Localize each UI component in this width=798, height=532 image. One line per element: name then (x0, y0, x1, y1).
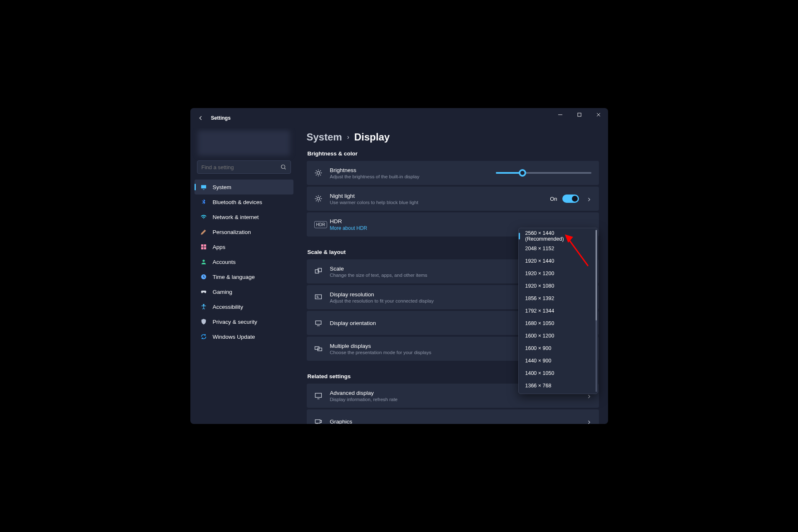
resolution-option[interactable]: 1400 × 1050 (519, 367, 598, 379)
resolution-option[interactable]: 1856 × 1392 (519, 292, 598, 305)
resolution-option[interactable]: 1600 × 900 (519, 342, 598, 355)
nav-label: Personalization (213, 229, 251, 235)
maximize-button[interactable] (570, 108, 589, 121)
svg-rect-19 (315, 420, 320, 423)
nav-label: Bluetooth & devices (213, 199, 262, 205)
card-title: Night light (330, 193, 543, 199)
chevron-right-icon (586, 419, 591, 424)
nav-icon (200, 303, 207, 310)
sidebar-item-privacy-security[interactable]: Privacy & security (195, 314, 293, 329)
svg-rect-5 (201, 247, 203, 249)
nav-icon (200, 318, 207, 325)
breadcrumb: System › Display (307, 131, 599, 143)
nav-icon (200, 214, 207, 220)
svg-rect-18 (315, 393, 321, 397)
hdr-icon: HDR (314, 220, 323, 229)
advanced-display-icon (314, 392, 323, 400)
resolution-option[interactable]: 1680 × 1050 (519, 317, 598, 330)
nav-label: Accounts (213, 259, 236, 265)
nav-label: Network & internet (213, 214, 259, 220)
brightness-slider[interactable] (496, 172, 591, 174)
toggle-label: On (550, 196, 557, 202)
resolution-option[interactable]: 1440 × 900 (519, 355, 598, 367)
nav-icon (200, 199, 207, 205)
orientation-icon (314, 319, 323, 327)
title-bar: Settings (190, 108, 608, 128)
svg-point-1 (281, 165, 285, 169)
nav-label: Time & language (213, 274, 255, 280)
page-title: Display (354, 131, 389, 143)
close-button[interactable] (589, 108, 608, 121)
card-subtitle: Display information, refresh rate (330, 397, 579, 402)
minimize-button[interactable] (551, 108, 570, 121)
breadcrumb-level1[interactable]: System (307, 131, 342, 143)
resolution-option[interactable]: 2048 × 1152 (519, 242, 598, 255)
card-title: HDR (330, 218, 591, 224)
sidebar-item-network-internet[interactable]: Network & internet (195, 209, 293, 224)
resolution-option[interactable]: 1920 × 1200 (519, 267, 598, 280)
brightness-icon (314, 169, 323, 177)
sidebar-item-gaming[interactable]: Gaming (195, 284, 293, 299)
nav-icon (200, 273, 207, 280)
sidebar-item-accounts[interactable]: Accounts (195, 254, 293, 269)
sidebar-item-bluetooth-devices[interactable]: Bluetooth & devices (195, 195, 293, 209)
nav-label: Apps (213, 244, 226, 250)
nav-icon (200, 288, 207, 295)
svg-rect-0 (578, 113, 581, 116)
search-icon (281, 164, 286, 170)
nav-label: Windows Update (213, 334, 255, 340)
svg-rect-6 (204, 247, 206, 249)
resolution-option[interactable]: 1366 × 768 (519, 379, 598, 392)
sidebar-item-personalization[interactable]: Personalization (195, 224, 293, 239)
back-arrow-icon[interactable] (198, 115, 204, 121)
app-title: Settings (211, 115, 231, 121)
resolution-option[interactable]: 1920 × 1440 (519, 255, 598, 267)
card-title: Brightness (330, 167, 488, 173)
nav-icon (200, 333, 207, 340)
sidebar-item-time-language[interactable]: Time & language (195, 269, 293, 284)
search-input[interactable] (202, 164, 281, 170)
scale-icon (314, 267, 323, 276)
card-night-light[interactable]: Night light Use warmer colors to help bl… (307, 187, 599, 211)
settings-window: Settings SystemBluetooth & devicesNetwor… (190, 108, 608, 424)
resolution-dropdown[interactable]: 2560 × 1440 (Recommended)2048 × 11521920… (518, 228, 598, 394)
card-graphics[interactable]: Graphics (307, 409, 599, 424)
search-box[interactable] (197, 160, 291, 174)
svg-rect-4 (204, 244, 206, 246)
sidebar-item-system[interactable]: System (195, 180, 293, 195)
resolution-icon (314, 293, 323, 301)
sidebar: SystemBluetooth & devicesNetwork & inter… (190, 128, 298, 424)
nav-label: Privacy & security (213, 319, 257, 325)
night-light-icon (314, 195, 323, 203)
card-title: Graphics (330, 419, 579, 424)
card-subtitle: Use warmer colors to help block blue lig… (330, 200, 543, 205)
nav-icon (200, 259, 207, 265)
night-light-toggle[interactable] (562, 195, 579, 203)
nav-icon (200, 229, 207, 235)
content-area: System › Display Brightness & color Brig… (298, 128, 608, 424)
card-brightness: Brightness Adjust the brightness of the … (307, 161, 599, 185)
resolution-option[interactable]: 1600 × 1200 (519, 330, 598, 342)
chevron-right-icon: › (347, 133, 349, 141)
sidebar-item-accessibility[interactable]: Accessibility (195, 299, 293, 314)
nav-label: Gaming (213, 289, 232, 295)
graphics-icon (314, 417, 323, 424)
svg-rect-3 (201, 244, 203, 246)
svg-rect-14 (315, 295, 321, 299)
nav-icon (200, 184, 207, 190)
svg-rect-2 (201, 185, 206, 188)
multiple-displays-icon (314, 345, 323, 353)
resolution-option[interactable]: 1920 × 1080 (519, 280, 598, 292)
svg-rect-15 (315, 321, 321, 324)
sidebar-item-apps[interactable]: Apps (195, 239, 293, 254)
nav-label: System (213, 184, 232, 190)
chevron-right-icon (586, 196, 591, 201)
resolution-option[interactable]: 2560 × 1440 (Recommended) (519, 230, 598, 242)
nav-icon (200, 244, 207, 250)
resolution-option[interactable]: 1792 × 1344 (519, 305, 598, 317)
svg-point-10 (317, 172, 320, 175)
svg-point-11 (317, 197, 320, 200)
sidebar-item-windows-update[interactable]: Windows Update (195, 329, 293, 344)
card-subtitle: Adjust the brightness of the built-in di… (330, 174, 488, 179)
svg-point-9 (203, 304, 204, 305)
